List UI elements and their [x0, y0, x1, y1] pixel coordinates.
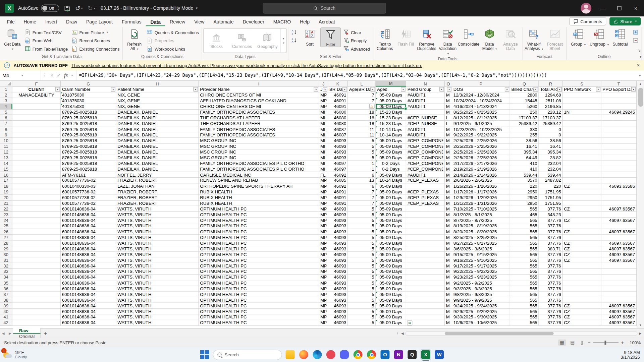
- cell-T8[interactable]: [601, 126, 637, 132]
- cell-G11[interactable]: 8769-25-0025818: [61, 143, 116, 149]
- tab-review[interactable]: Review: [165, 18, 190, 26]
- cell-I19[interactable]: RUBIX HEALTH: [199, 189, 319, 195]
- cell-S11[interactable]: [563, 143, 601, 149]
- cell-F42[interactable]: [12, 320, 61, 326]
- cell-I10[interactable]: MSC GROUP INC: [199, 138, 319, 143]
- cell-O11[interactable]: M: [445, 143, 452, 149]
- cell-P30[interactable]: 9/15/2025 - 9/15/2025: [452, 252, 510, 257]
- filter-dropdown-icon[interactable]: ▼: [323, 87, 327, 92]
- cell-T7[interactable]: [601, 121, 637, 126]
- cell-M19[interactable]: 05-09 Days: [376, 189, 406, 195]
- cell-G26[interactable]: 60010148636-04: [61, 229, 116, 235]
- cell-J4[interactable]: MP: [319, 104, 328, 109]
- cell-F18[interactable]: [12, 183, 61, 189]
- cell-T17[interactable]: [601, 178, 637, 183]
- cell-S28[interactable]: CZ: [563, 240, 601, 246]
- cell-L36[interactable]: 5: [348, 286, 376, 292]
- zoom-percentage[interactable]: 100%: [627, 340, 641, 345]
- cell-O40[interactable]: M: [445, 309, 452, 314]
- remove-duplicates-button[interactable]: Remove Duplicates: [417, 27, 437, 51]
- horizontal-scroll-track[interactable]: [405, 331, 637, 336]
- column-header-G[interactable]: G: [61, 81, 116, 86]
- cell-O2[interactable]: M: [445, 92, 452, 98]
- cell-G37[interactable]: 60010148636-04: [61, 292, 116, 297]
- hide-detail-button[interactable]: [631, 37, 640, 44]
- cell-H11[interactable]: DANEILAK, DANIEL: [116, 143, 199, 149]
- cell-R20[interactable]: 1751.95: [539, 195, 563, 200]
- cell-L19[interactable]: 7: [348, 189, 376, 195]
- cell-J23[interactable]: MP: [319, 212, 328, 218]
- cell-K34[interactable]: 46093: [328, 275, 348, 280]
- cell-G27[interactable]: 60010148636-04: [61, 235, 116, 240]
- cell-F40[interactable]: [12, 309, 61, 314]
- cell-K18[interactable]: 46092: [328, 183, 348, 189]
- cell-H32[interactable]: WATTS, VIRUTH: [116, 263, 199, 269]
- recent-sources-button[interactable]: Recent Sources: [70, 37, 121, 44]
- cell-P41[interactable]: 9/30/2025 - 9/30/2025: [452, 314, 510, 320]
- cell-T24[interactable]: 46097.63567: [601, 218, 637, 223]
- cell-O21[interactable]: M: [445, 200, 452, 206]
- cell-L29[interactable]: 5: [348, 246, 376, 252]
- cell-Q13[interactable]: 64.49: [510, 155, 539, 161]
- cell-M35[interactable]: 05-09 Days: [376, 280, 406, 286]
- chrome-icon[interactable]: [353, 349, 363, 360]
- cell-I17[interactable]: RENEW SPINE AND REHAB: [199, 178, 319, 183]
- cell-J28[interactable]: MP: [319, 240, 328, 246]
- cell-R26[interactable]: 377.76: [539, 229, 563, 235]
- cell-N29[interactable]: [406, 246, 445, 252]
- filter-dropdown-icon[interactable]: ▼: [370, 87, 375, 92]
- cell-S29[interactable]: CZ: [563, 246, 601, 252]
- cell-Q19[interactable]: 2950: [510, 189, 539, 195]
- cell-M27[interactable]: 05-09 Days: [376, 235, 406, 240]
- document-title[interactable]: 03.17.26 - BillInventory - Compatibility…: [101, 0, 198, 16]
- cell-I31[interactable]: OPTIMUM HEALTH PC: [199, 257, 319, 263]
- cell-K38[interactable]: 46093: [328, 297, 348, 303]
- filter-header-K[interactable]: BR Da▼: [328, 86, 348, 92]
- cell-L15[interactable]: 1: [348, 166, 376, 172]
- consolidate-button[interactable]: Consolidate: [458, 27, 479, 46]
- cell-N5[interactable]: [406, 109, 445, 115]
- cell-S33[interactable]: [563, 269, 601, 275]
- tab-help[interactable]: Help: [296, 18, 314, 26]
- cell-Q40[interactable]: 565: [510, 309, 539, 314]
- cell-G41[interactable]: 60010148636-04: [61, 314, 116, 320]
- cell-Q12[interactable]: 395.34: [510, 149, 539, 155]
- zoom-in-button[interactable]: +: [621, 340, 624, 345]
- row-header-33[interactable]: 33: [0, 269, 12, 275]
- cell-M13[interactable]: 05-09 Days: [376, 155, 406, 161]
- group-button[interactable]: Group ▾: [568, 27, 588, 47]
- cell-P11[interactable]: 2/25/2026 - 2/25/2026: [452, 143, 510, 149]
- cell-H34[interactable]: WATTS, VIRUTH: [116, 275, 199, 280]
- cell-J31[interactable]: MP: [319, 257, 328, 263]
- cell-G19[interactable]: 60010577736-02: [61, 189, 116, 195]
- cell-Q20[interactable]: 2950: [510, 195, 539, 200]
- maximize-button[interactable]: [611, 0, 628, 16]
- filter-dropdown-icon[interactable]: ▼: [505, 87, 509, 92]
- filter-header-Q[interactable]: Billed Charg▼: [510, 86, 539, 92]
- filter-header-P[interactable]: DOS▼: [452, 86, 510, 92]
- cell-T41[interactable]: 46097.63567: [601, 314, 637, 320]
- cell-S18[interactable]: CZ: [563, 183, 601, 189]
- cell-J16[interactable]: FL: [319, 172, 328, 178]
- cell-N40[interactable]: [406, 309, 445, 314]
- cell-G8[interactable]: 8769-25-0025818: [61, 126, 116, 132]
- cell-K6[interactable]: 46080: [328, 115, 348, 121]
- cell-P8[interactable]: 10/23/2025 - 10/23/2025: [452, 126, 510, 132]
- cell-T6[interactable]: [601, 115, 637, 121]
- cell-L24[interactable]: 5: [348, 218, 376, 223]
- cell-N15[interactable]: #CEP_COMPONE: [406, 166, 445, 172]
- edge-icon[interactable]: [312, 349, 323, 360]
- cell-H6[interactable]: DANEILAK, DANIEL: [116, 115, 199, 121]
- cell-N8[interactable]: #AUDIT1: [406, 126, 445, 132]
- cell-K2[interactable]: 46091: [328, 92, 348, 98]
- cell-H8[interactable]: DANEILAK, DANIEL: [116, 126, 199, 132]
- cell-S4[interactable]: [563, 104, 601, 109]
- cell-R2[interactable]: 1294.68: [539, 92, 563, 98]
- cell-N6[interactable]: #CEP_NURSE: [406, 115, 445, 121]
- cell-Q36[interactable]: 565: [510, 286, 539, 292]
- excel-logo-icon[interactable]: X: [5, 4, 14, 13]
- cell-S20[interactable]: [563, 195, 601, 200]
- cell-L32[interactable]: 5: [348, 263, 376, 269]
- cell-F36[interactable]: [12, 286, 61, 292]
- cell-K28[interactable]: 46093: [328, 240, 348, 246]
